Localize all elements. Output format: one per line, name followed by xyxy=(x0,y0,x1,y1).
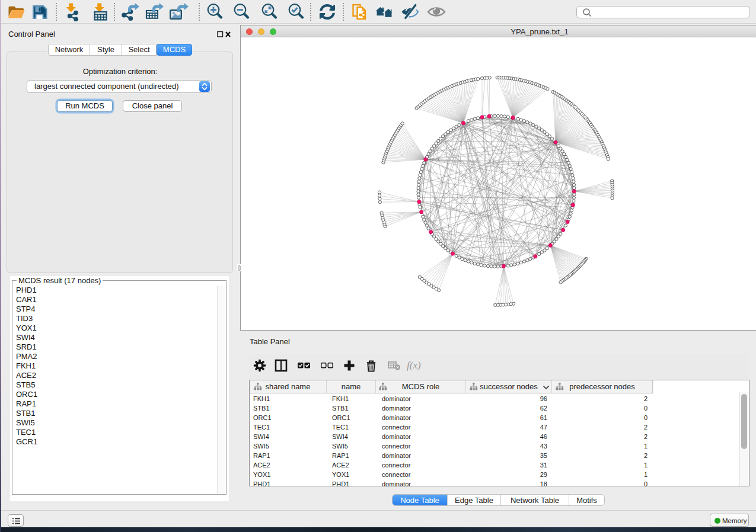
svg-text:f(x): f(x) xyxy=(407,360,421,371)
